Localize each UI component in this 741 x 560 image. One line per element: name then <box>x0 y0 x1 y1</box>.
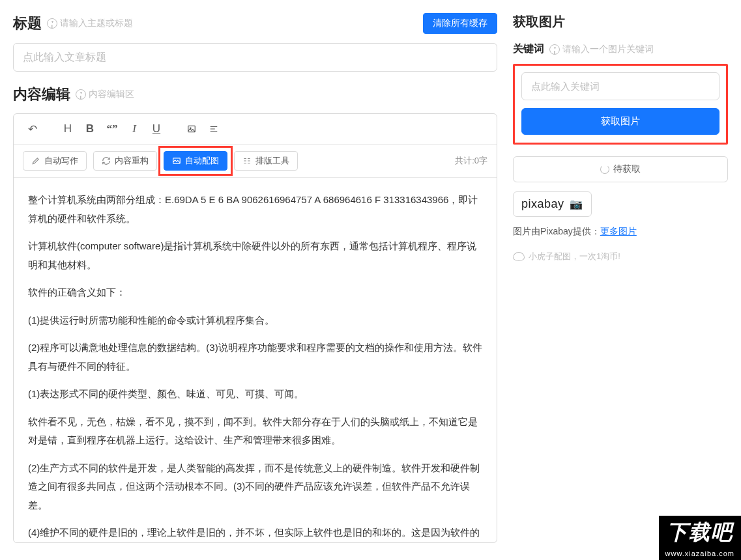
underline-icon[interactable]: U <box>147 119 166 139</box>
article-title-input[interactable] <box>13 43 497 72</box>
keyword-label: 关键词 <box>513 42 544 56</box>
get-image-title: 获取图片 <box>513 13 728 31</box>
content-paragraph: (1)提供运行时所需功能和性能的命令或计算机程序集合。 <box>28 311 482 330</box>
action-toolbar: 自动写作 内容重构 自动配图 排版工具 共计:0字 <box>14 145 497 178</box>
pending-button[interactable]: 待获取 <box>513 156 728 182</box>
pixabay-badge: pixabay 📷 <box>513 191 592 217</box>
layout-tool-button[interactable]: 排版工具 <box>234 151 298 171</box>
content-paragraph: 软件看不见，无色，枯燥，看不见，摸不到，闻不到。软件大部分存在于人们的头脑或纸上… <box>28 413 482 450</box>
align-left-icon[interactable] <box>204 119 224 139</box>
more-images-link[interactable]: 更多图片 <box>600 226 637 236</box>
clear-cache-button[interactable]: 清除所有缓存 <box>423 13 497 34</box>
content-paragraph: (1)表达形式不同的硬件类型、颜色、味道、可见、可摸、可闻。 <box>28 385 482 404</box>
title-section-header: 标题 请输入主题或标题 清除所有缓存 <box>13 13 497 34</box>
get-image-button[interactable]: 获取图片 <box>521 108 719 135</box>
format-toolbar: ↶ H B “” I U <box>14 114 497 145</box>
content-paragraph: (4)维护不同的硬件是旧的，理论上软件是旧的，并不坏，但实际上软件也是旧的和坏的… <box>28 524 482 542</box>
spinner-icon <box>600 165 609 174</box>
content-edit-hint: 内容编辑区 <box>76 89 134 100</box>
auto-write-button[interactable]: 自动写作 <box>23 151 87 171</box>
word-counter: 共计:0字 <box>455 155 487 167</box>
bold-icon[interactable]: B <box>80 119 100 139</box>
watermark-logo: 下载吧 <box>659 516 741 548</box>
title-label: 标题 <box>13 14 42 33</box>
tip-text: 小虎子配图，一次1淘币! <box>513 251 728 262</box>
heading-icon[interactable]: H <box>58 119 78 139</box>
content-paragraph: (2)生产方式不同的软件是开发，是人类智能的高发挥，而不是传统意义上的硬件制造。… <box>28 459 482 515</box>
title-hint: 请输入主题或标题 <box>47 18 133 29</box>
content-paragraph: 软件的正确含义如下： <box>28 283 482 302</box>
keyword-input[interactable] <box>521 72 719 100</box>
auto-image-button[interactable]: 自动配图 <box>164 151 227 171</box>
watermark-url: www.xiazaiba.com <box>659 548 741 560</box>
italic-icon[interactable]: I <box>124 119 144 139</box>
keyword-hint: 请输入一个图片关键词 <box>549 44 654 55</box>
restructure-button[interactable]: 内容重构 <box>93 151 157 171</box>
image-icon[interactable] <box>182 119 201 139</box>
keyword-highlight-box: 获取图片 <box>513 64 728 145</box>
auto-image-highlight: 自动配图 <box>164 151 227 171</box>
watermark: 下载吧 www.xiazaiba.com <box>659 516 741 560</box>
content-paragraph: 计算机软件(computer software)是指计算机系统中除硬件以外的所有… <box>28 237 482 274</box>
content-paragraph: (2)程序可以满意地处理信息的数据结构。(3)说明程序功能要求和程序需要的文档的… <box>28 339 482 376</box>
content-paragraph: 整个计算机系统由两部分组成：E.69DA 5 E 6 BA 9062616964… <box>28 191 482 228</box>
camera-icon: 📷 <box>567 198 583 210</box>
editor: ↶ H B “” I U 自动写作 <box>13 113 497 543</box>
undo-icon[interactable]: ↶ <box>23 119 42 139</box>
content-edit-label: 内容编辑 <box>13 85 70 104</box>
quote-icon[interactable]: “” <box>102 119 122 139</box>
image-source-text: 图片由Pixabay提供：更多图片 <box>513 226 728 238</box>
content-body[interactable]: 整个计算机系统由两部分组成：E.69DA 5 E 6 BA 9062616964… <box>14 178 497 542</box>
